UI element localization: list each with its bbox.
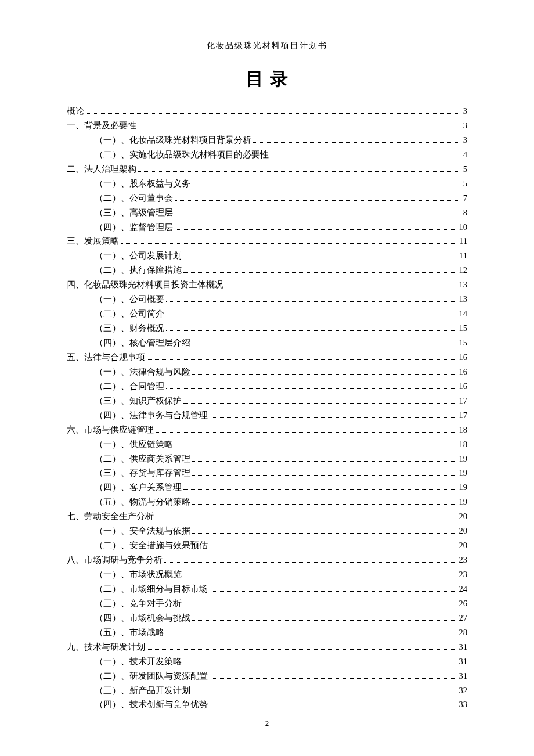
toc-entry-label: （二）、合同管理: [95, 379, 164, 394]
toc-entry: （一）、公司概要 13: [67, 292, 467, 307]
toc-entry-label: （三）、高级管理层: [95, 206, 173, 220]
page-number: 2: [0, 719, 534, 728]
toc-entry-page: 7: [463, 191, 467, 206]
toc-entry-label: （四）、法律事务与合规管理: [95, 408, 208, 423]
toc-entry: （二）、供应商关系管理19: [67, 452, 467, 466]
toc-entry-label: （三）、竞争对手分析: [95, 596, 182, 611]
toc-leader-dots: [147, 355, 457, 360]
toc-leader-dots: [192, 457, 457, 462]
toc-leader-dots: [192, 500, 457, 505]
toc-entry: （三）、高级管理层8: [67, 206, 467, 220]
toc-entry: （一）、公司发展计划11: [67, 249, 467, 263]
toc-entry-label: （四）、核心管理层介绍: [95, 336, 190, 350]
toc-leader-dots: [192, 341, 457, 345]
toc-entry-page: 31: [459, 640, 468, 654]
toc-entry: 四、化妆品级珠光材料项目投资主体概况13: [67, 278, 467, 292]
toc-entry-page: 11: [459, 249, 467, 263]
toc-entry: （四）、技术创新与竞争优势33: [67, 697, 467, 712]
toc-leader-dots: [175, 196, 461, 201]
toc-entry-label: （二）、安全措施与效果预估: [95, 538, 208, 553]
toc-entry: （四）、市场机会与挑战27: [67, 611, 467, 625]
toc-leader-dots: [192, 689, 457, 693]
toc-entry-page: 27: [459, 611, 468, 625]
document-header: 化妆品级珠光材料项目计划书: [67, 41, 467, 51]
toc-leader-dots: [270, 153, 461, 157]
toc-leader-dots: [192, 182, 461, 186]
toc-entry-page: 14: [459, 307, 468, 321]
toc-entry: （四）、监督管理层10: [67, 220, 467, 235]
toc-entry-label: 五、法律与合规事项: [67, 350, 145, 365]
toc-entry-label: （一）、市场状况概览: [95, 567, 182, 582]
toc-entry-page: 20: [459, 524, 468, 538]
toc-entry: 六、市场与供应链管理18: [67, 423, 467, 437]
toc-entry-label: （一）、安全法规与依据: [95, 524, 190, 538]
toc-entry-page: 16: [459, 365, 468, 379]
toc-entry-label: （一）、公司概要: [95, 292, 164, 307]
toc-entry-label: 概论: [67, 104, 84, 118]
toc-entry: （二）、市场细分与目标市场24: [67, 582, 467, 596]
toc-entry-label: （二）、供应商关系管理: [95, 452, 190, 466]
toc-entry-label: （二）、市场细分与目标市场: [95, 582, 208, 596]
toc-entry-label: 九、技术与研发计划: [67, 640, 145, 654]
table-of-contents: 概论 3一、背景及必要性 3（一）、化妆品级珠光材料项目背景分析3（二）、实施化…: [67, 104, 467, 712]
toc-leader-dots: [166, 326, 457, 331]
toc-entry-label: 二、法人治理架构: [67, 162, 136, 177]
toc-entry-page: 15: [459, 336, 468, 350]
toc-entry-label: （三）、新产品开发计划: [95, 683, 190, 698]
toc-entry-label: （四）、客户关系管理: [95, 480, 182, 495]
toc-entry-page: 3: [463, 133, 467, 147]
toc-entry-page: 24: [459, 582, 468, 596]
toc-entry-label: （一）、法律合规与风险: [95, 365, 190, 379]
toc-entry-label: （一）、公司发展计划: [95, 249, 182, 263]
toc-entry: （五）、市场战略 28: [67, 625, 467, 640]
toc-leader-dots: [192, 529, 457, 534]
toc-entry: （一）、供应链策略18: [67, 437, 467, 452]
toc-entry-label: （五）、市场战略: [95, 625, 164, 640]
toc-entry-label: （四）、市场机会与挑战: [95, 611, 190, 625]
toc-entry-page: 17: [459, 408, 468, 423]
toc-entry-page: 20: [459, 538, 468, 553]
toc-leader-dots: [183, 268, 457, 273]
toc-entry: （一）、技术开发策略31: [67, 654, 467, 669]
toc-entry: （四）、客户关系管理19: [67, 480, 467, 495]
toc-entry-page: 11: [459, 234, 467, 249]
toc-leader-dots: [175, 225, 457, 230]
toc-entry: （五）、物流与分销策略19: [67, 495, 467, 509]
toc-entry-page: 28: [459, 625, 468, 640]
toc-entry-label: （三）、知识产权保护: [95, 394, 182, 408]
toc-entry: 二、法人治理架构 5: [67, 162, 467, 177]
toc-leader-dots: [138, 124, 461, 128]
toc-leader-dots: [183, 399, 457, 404]
toc-entry-page: 19: [459, 480, 468, 495]
toc-entry: （二）、合同管理 16: [67, 379, 467, 394]
toc-entry-label: （四）、监督管理层: [95, 220, 173, 235]
toc-entry-page: 33: [459, 697, 468, 712]
toc-leader-dots: [164, 558, 457, 563]
toc-entry-page: 5: [463, 162, 467, 177]
toc-entry: （二）、实施化妆品级珠光材料项目的必要性 4: [67, 147, 467, 162]
toc-leader-dots: [210, 674, 457, 679]
toc-entry-page: 13: [459, 292, 468, 307]
toc-entry-page: 23: [459, 553, 468, 567]
toc-leader-dots: [156, 428, 457, 433]
toc-entry: （三）、竞争对手分析26: [67, 596, 467, 611]
toc-leader-dots: [175, 211, 461, 215]
toc-entry-page: 19: [459, 495, 468, 509]
toc-entry: （二）、执行保障措施12: [67, 263, 467, 278]
toc-entry-label: （三）、存货与库存管理: [95, 466, 190, 480]
toc-leader-dots: [166, 631, 457, 635]
toc-entry-label: （一）、技术开发策略: [95, 654, 182, 669]
toc-title: 目录: [67, 67, 467, 91]
toc-leader-dots: [210, 703, 457, 707]
toc-leader-dots: [210, 413, 457, 418]
toc-entry-label: 八、市场调研与竞争分析: [67, 553, 163, 567]
toc-leader-dots: [183, 602, 457, 606]
toc-entry: 九、技术与研发计划 31: [67, 640, 467, 654]
toc-entry-label: 四、化妆品级珠光材料项目投资主体概况: [67, 278, 223, 292]
toc-entry-page: 3: [463, 104, 467, 118]
toc-entry: （二）、公司董事会7: [67, 191, 467, 206]
toc-entry-page: 19: [459, 452, 468, 466]
toc-entry-page: 20: [459, 509, 468, 524]
toc-leader-dots: [253, 138, 461, 143]
toc-entry-page: 23: [459, 567, 468, 582]
